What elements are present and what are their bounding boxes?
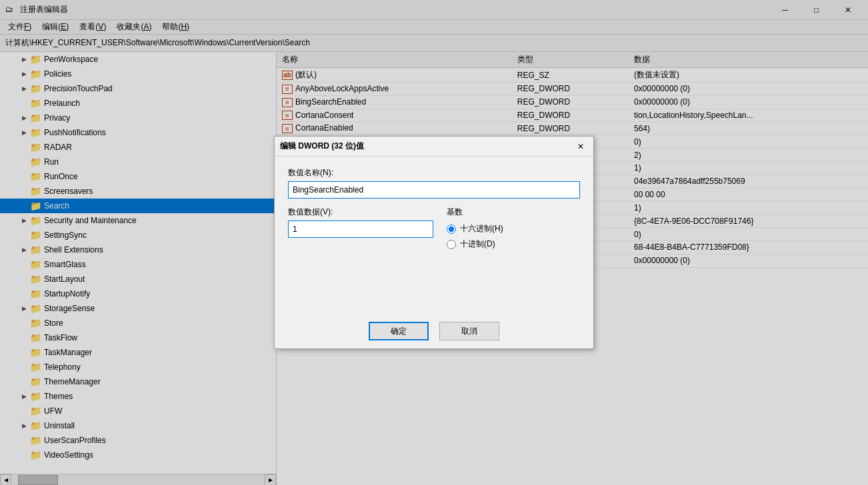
- hex-radio-text: 十六进制(H): [460, 223, 503, 235]
- dec-radio-text: 十进制(D): [460, 239, 495, 250]
- name-input[interactable]: [288, 181, 580, 199]
- edit-dword-dialog: 编辑 DWORD (32 位)值 ✕ 数值名称(N): 数值数据(V): 基数: [274, 136, 594, 349]
- dialog-buttons: 确定 取消: [275, 314, 593, 348]
- dialog-title: 编辑 DWORD (32 位)值: [280, 141, 364, 152]
- hex-radio[interactable]: [447, 225, 456, 234]
- hex-radio-label[interactable]: 十六进制(H): [447, 223, 580, 235]
- dec-radio[interactable]: [447, 240, 456, 249]
- dec-radio-label[interactable]: 十进制(D): [447, 239, 580, 250]
- dialog-close-button[interactable]: ✕: [573, 139, 588, 154]
- dialog-overlay: 编辑 DWORD (32 位)值 ✕ 数值名称(N): 数值数据(V): 基数: [0, 0, 868, 485]
- base-label: 基数: [447, 207, 580, 218]
- name-label: 数值名称(N):: [288, 167, 580, 179]
- name-section: 数值名称(N):: [288, 167, 580, 199]
- value-section: 数值数据(V):: [288, 207, 433, 238]
- data-label: 数值数据(V):: [288, 207, 433, 218]
- dialog-body: 数值名称(N): 数值数据(V): 基数 十六进制(H): [275, 157, 593, 314]
- radio-group: 十六进制(H) 十进制(D): [447, 223, 580, 250]
- data-input[interactable]: [288, 221, 433, 238]
- dialog-title-bar: 编辑 DWORD (32 位)值 ✕: [275, 137, 593, 157]
- confirm-button[interactable]: 确定: [369, 322, 429, 340]
- data-row: 数值数据(V): 基数 十六进制(H) 十进制(D): [288, 207, 580, 250]
- base-section: 基数 十六进制(H) 十进制(D): [447, 207, 580, 250]
- cancel-button[interactable]: 取消: [439, 322, 499, 340]
